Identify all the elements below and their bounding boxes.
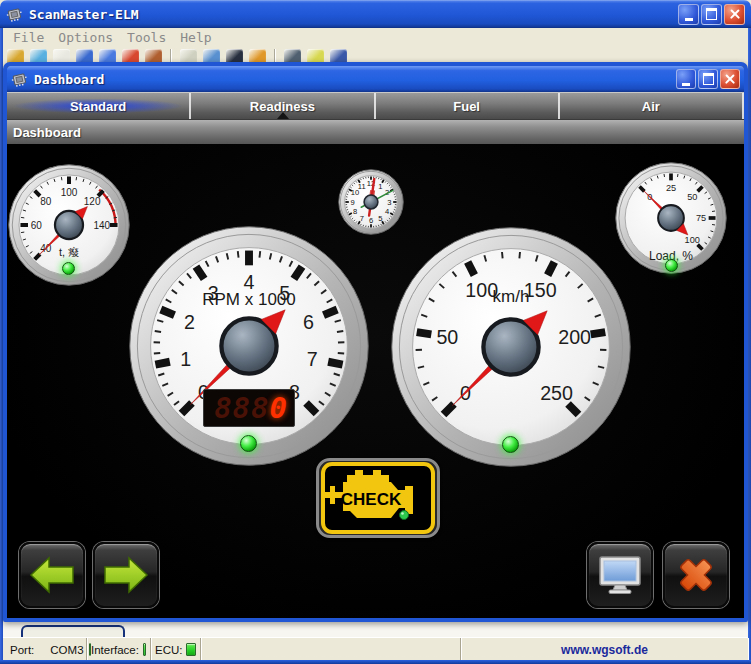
maximize-button[interactable]: [701, 4, 722, 25]
svg-text:50: 50: [436, 326, 458, 348]
digital-ghost-digits: 888: [214, 391, 269, 425]
dashboard-titlebar: Dashboard: [7, 66, 744, 92]
rpm-gauge-led: [240, 435, 257, 452]
speed-gauge-title: km/h: [391, 287, 631, 307]
dashboard-window: Dashboard Standard Readiness Fuel Air Da…: [3, 62, 748, 622]
check-engine-icon: CHECK: [319, 461, 437, 535]
menu-help[interactable]: Help: [180, 30, 211, 45]
dashboard-window-title: Dashboard: [34, 72, 676, 87]
svg-text:60: 60: [31, 220, 43, 231]
tab-marker-icon: [277, 112, 289, 119]
svg-text:4: 4: [385, 207, 389, 216]
scanmaster-app: ScanMaster-ELM File Options Tools Help P…: [0, 0, 751, 664]
svg-text:100: 100: [61, 187, 78, 198]
menu-file[interactable]: File: [13, 30, 44, 45]
dashboard-window-controls: [676, 69, 740, 89]
svg-text:11: 11: [358, 182, 366, 191]
svg-text:6: 6: [303, 311, 314, 333]
tab-strip: Standard Readiness Fuel Air: [7, 92, 744, 119]
status-bar: Port: COM3 Interface: ECU: www.wgsoft.de: [3, 637, 748, 661]
maximize-icon: [703, 73, 714, 85]
monitor-icon: [598, 555, 642, 595]
gauge-face: 012345678: [129, 226, 369, 466]
speed-gauge-led: [502, 436, 519, 453]
menu-options[interactable]: Options: [58, 30, 113, 45]
chip-icon: [6, 7, 23, 22]
display-mode-button[interactable]: [587, 542, 653, 608]
rpm-gauge-title: RPM x 1000: [129, 290, 369, 310]
svg-text:9: 9: [350, 198, 354, 207]
tab-standard[interactable]: Standard: [7, 93, 191, 119]
svg-text:2: 2: [184, 311, 195, 333]
main-window-title: ScanMaster-ELM: [29, 7, 678, 22]
status-port-panel: Port: COM3: [3, 638, 87, 661]
orange-x-icon: [674, 554, 718, 596]
close-button[interactable]: [724, 4, 745, 25]
close-dashboard-button[interactable]: [663, 542, 729, 608]
svg-text:CHECK: CHECK: [341, 490, 402, 509]
client-area-strip: [3, 622, 748, 637]
minimize-button[interactable]: [678, 4, 699, 25]
engine-load-gauge: 0255075100 Load, %: [615, 162, 727, 274]
rpm-digital-display: 8880: [203, 389, 295, 427]
port-value: COM3: [50, 644, 83, 656]
svg-text:100: 100: [685, 235, 700, 245]
minimize-icon: [682, 83, 690, 86]
coolant-temperature-gauge: 406080100120140 t, 癈: [8, 164, 130, 286]
svg-text:5: 5: [378, 214, 382, 223]
maximize-icon: [706, 8, 717, 20]
svg-text:8: 8: [353, 207, 357, 216]
section-header: Dashboard: [7, 119, 744, 144]
website-text: www.wgsoft.de: [461, 638, 748, 661]
digital-value: 0: [270, 391, 288, 425]
svg-text:80: 80: [40, 196, 52, 207]
check-engine-button[interactable]: CHECK: [316, 458, 440, 538]
interface-label: Interface:: [91, 644, 139, 656]
rpm-gauge: 012345678 RPM x 1000 8880: [129, 226, 369, 466]
window-border-bottom: [0, 660, 751, 664]
minimize-button[interactable]: [676, 69, 696, 89]
status-interface-panel: Interface:: [87, 638, 151, 661]
right-arrow-icon: [103, 556, 149, 594]
main-titlebar: ScanMaster-ELM: [0, 0, 751, 28]
main-window-controls: [678, 4, 745, 25]
menu-bar: File Options Tools Help: [3, 28, 748, 48]
dashboard-panel: 406080100120140 t, 癈 123456789101112 025…: [7, 144, 744, 618]
svg-text:75: 75: [696, 213, 706, 223]
next-button[interactable]: [93, 542, 159, 608]
status-empty-panel: [201, 638, 461, 661]
svg-text:6: 6: [369, 216, 373, 225]
svg-text:3: 3: [387, 198, 391, 207]
close-icon: [729, 8, 741, 20]
svg-text:200: 200: [558, 326, 591, 348]
load-gauge-led: [665, 259, 678, 272]
tab-air[interactable]: Air: [560, 93, 744, 119]
close-button[interactable]: [720, 69, 740, 89]
menu-tools[interactable]: Tools: [127, 30, 166, 45]
gauge-face: 050100150200250: [391, 227, 631, 467]
port-label: Port:: [10, 644, 34, 656]
svg-text:140: 140: [93, 220, 110, 231]
close-icon: [724, 73, 736, 85]
speed-gauge: 050100150200250 km/h: [391, 227, 631, 467]
maximize-button[interactable]: [698, 69, 718, 89]
svg-text:25: 25: [666, 183, 676, 193]
interface-status-indicator: [143, 643, 146, 656]
status-ecu-panel: ECU:: [151, 638, 201, 661]
svg-text:1: 1: [378, 182, 382, 191]
chip-icon: [11, 72, 28, 87]
svg-text:250: 250: [540, 382, 573, 404]
minimize-icon: [685, 18, 693, 21]
temp-gauge-led: [62, 262, 75, 275]
svg-text:1: 1: [180, 348, 191, 370]
left-arrow-icon: [29, 556, 75, 594]
svg-text:7: 7: [360, 214, 364, 223]
ecu-status-indicator: [186, 643, 196, 656]
previous-button[interactable]: [19, 542, 85, 608]
svg-text:120: 120: [84, 196, 101, 207]
temp-gauge-label: t, 癈: [8, 245, 130, 260]
tab-fuel[interactable]: Fuel: [376, 93, 560, 119]
svg-text:50: 50: [687, 192, 697, 202]
ecu-label: ECU:: [155, 644, 182, 656]
svg-text:7: 7: [307, 348, 318, 370]
